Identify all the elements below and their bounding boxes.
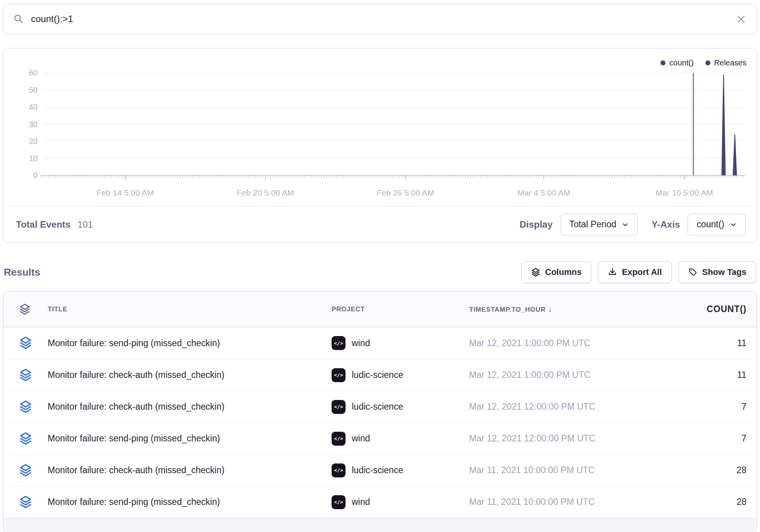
search-bar[interactable]: count():>1: [3, 4, 757, 34]
table-body: Monitor failure: send-ping (missed_check…: [3, 327, 757, 518]
project-name: ludic-science: [352, 465, 403, 475]
event-title-link[interactable]: Monitor failure: check-auth (missed_chec…: [48, 402, 332, 412]
table-header-row: TITLE PROJECT TIMESTAMP.TO_HOUR↓ COUNT(): [3, 292, 757, 327]
events-chart-panel: count() Releases 0102030405060Feb 14 5:0…: [3, 48, 757, 242]
column-header-title[interactable]: TITLE: [48, 305, 332, 313]
project-name: ludic-science: [352, 402, 403, 412]
event-title-link[interactable]: Monitor failure: send-ping (missed_check…: [48, 433, 332, 444]
display-dropdown[interactable]: Total Period: [561, 214, 638, 235]
yaxis-label: Y-Axis: [652, 219, 680, 230]
column-header-count[interactable]: COUNT(): [671, 304, 757, 314]
svg-text:40: 40: [29, 103, 38, 111]
legend-label: Releases: [714, 58, 746, 67]
count-value: 28: [671, 497, 757, 507]
table-row[interactable]: Monitor failure: send-ping (missed_check…: [3, 486, 757, 518]
event-title-link[interactable]: Monitor failure: check-auth (missed_chec…: [48, 465, 332, 475]
legend-label: count(): [669, 58, 693, 67]
count-over-time-chart: 0102030405060Feb 14 5:00 AMFeb 20 5:00 A…: [3, 48, 757, 206]
project-name: ludic-science: [352, 370, 403, 380]
event-title-link[interactable]: Monitor failure: send-ping (missed_check…: [48, 497, 332, 507]
count-value: 7: [671, 402, 757, 412]
chart-controls: Display Total Period Y-Axis count(): [519, 214, 746, 235]
project-platform-icon: </>: [332, 432, 346, 446]
table-row[interactable]: Monitor failure: send-ping (missed_check…: [3, 422, 757, 454]
yaxis-dropdown[interactable]: count(): [688, 214, 746, 235]
export-all-button-label: Export All: [622, 267, 662, 277]
layers-icon: [531, 268, 540, 277]
timestamp-value: Mar 11, 2021 10:00:00 PM UTC: [469, 497, 671, 507]
legend-dot-icon: [705, 60, 710, 65]
column-header-project[interactable]: PROJECT: [332, 305, 469, 313]
display-label: Display: [519, 219, 552, 230]
project-platform-icon: </>: [332, 495, 346, 509]
stack-event-icon[interactable]: [19, 495, 32, 509]
svg-text:60: 60: [29, 69, 38, 77]
discover-page: count():>1 count() Releases 010203040506…: [0, 0, 760, 532]
stack-event-icon[interactable]: [19, 400, 32, 414]
results-bar: Results Columns Export All Show Tags: [3, 261, 757, 283]
table-row[interactable]: Monitor failure: check-auth (missed_chec…: [3, 454, 757, 486]
project-platform-icon: </>: [332, 368, 346, 382]
search-icon: [14, 14, 24, 24]
project-platform-icon: </>: [332, 400, 346, 414]
show-tags-button[interactable]: Show Tags: [679, 261, 757, 283]
svg-text:Feb 14 5:00 AM: Feb 14 5:00 AM: [96, 188, 154, 197]
stack-event-icon[interactable]: [19, 463, 32, 477]
results-title: Results: [4, 266, 40, 278]
legend-item-count[interactable]: count(): [660, 58, 693, 67]
table-footer: [3, 518, 757, 532]
table-row[interactable]: Monitor failure: check-auth (missed_chec…: [3, 359, 757, 391]
close-icon[interactable]: [736, 14, 746, 24]
table-row[interactable]: Monitor failure: send-ping (missed_check…: [3, 327, 757, 359]
show-tags-button-label: Show Tags: [702, 267, 747, 277]
total-events-value: 101: [77, 219, 93, 230]
project-platform-icon: </>: [332, 336, 346, 350]
stack-event-icon[interactable]: [19, 336, 32, 350]
chevron-down-icon: [730, 221, 737, 228]
table-row[interactable]: Monitor failure: check-auth (missed_chec…: [3, 391, 757, 422]
search-input[interactable]: count():>1: [31, 14, 736, 24]
count-value: 11: [671, 338, 757, 348]
legend-dot-icon: [660, 60, 665, 65]
export-all-button[interactable]: Export All: [598, 261, 671, 283]
timestamp-value: Mar 12, 2021 1:00:00 PM UTC: [469, 370, 671, 380]
chevron-down-icon: [622, 221, 629, 228]
count-value: 11: [671, 370, 757, 380]
count-value: 28: [671, 465, 757, 475]
legend-item-releases[interactable]: Releases: [705, 58, 746, 67]
stack-header-icon[interactable]: [19, 303, 31, 316]
timestamp-header-label: TIMESTAMP.TO_HOUR: [469, 306, 546, 313]
project-name: wind: [352, 338, 370, 348]
yaxis-dropdown-value: count(): [696, 219, 724, 230]
stack-event-icon[interactable]: [19, 432, 32, 446]
chart-legend: count() Releases: [660, 58, 746, 67]
event-title-link[interactable]: Monitor failure: check-auth (missed_chec…: [48, 370, 332, 380]
columns-button[interactable]: Columns: [521, 261, 591, 283]
results-buttons: Columns Export All Show Tags: [521, 261, 756, 283]
event-title-link[interactable]: Monitor failure: send-ping (missed_check…: [48, 338, 332, 348]
chart-area: count() Releases 0102030405060Feb 14 5:0…: [3, 48, 757, 206]
project-platform-icon: </>: [332, 463, 346, 477]
svg-text:Mar 4 5:00 AM: Mar 4 5:00 AM: [518, 188, 571, 197]
sort-descending-icon: ↓: [548, 305, 552, 313]
timestamp-value: Mar 12, 2021 12:00:00 PM UTC: [469, 402, 671, 412]
svg-text:0: 0: [33, 171, 38, 180]
download-icon: [608, 268, 617, 277]
project-name: wind: [352, 433, 370, 444]
timestamp-value: Mar 12, 2021 1:00:00 PM UTC: [469, 338, 671, 348]
svg-text:50: 50: [29, 86, 38, 94]
total-events-label: Total Events: [16, 219, 70, 230]
svg-text:Feb 26 5:00 AM: Feb 26 5:00 AM: [377, 188, 434, 197]
timestamp-value: Mar 12, 2021 12:00:00 PM UTC: [469, 433, 671, 444]
chart-footer: Total Events 101 Display Total Period Y-…: [3, 206, 757, 242]
timestamp-value: Mar 11, 2021 10:00:00 PM UTC: [469, 465, 671, 475]
column-header-timestamp[interactable]: TIMESTAMP.TO_HOUR↓: [469, 305, 671, 314]
total-events: Total Events 101: [16, 219, 93, 230]
svg-text:Feb 20 5:00 AM: Feb 20 5:00 AM: [237, 188, 294, 197]
columns-button-label: Columns: [545, 267, 581, 277]
stack-event-icon[interactable]: [19, 368, 32, 382]
svg-text:30: 30: [29, 120, 38, 129]
count-value: 7: [671, 433, 757, 444]
display-dropdown-value: Total Period: [569, 219, 616, 230]
svg-text:Mar 10 5:00 AM: Mar 10 5:00 AM: [656, 188, 713, 197]
